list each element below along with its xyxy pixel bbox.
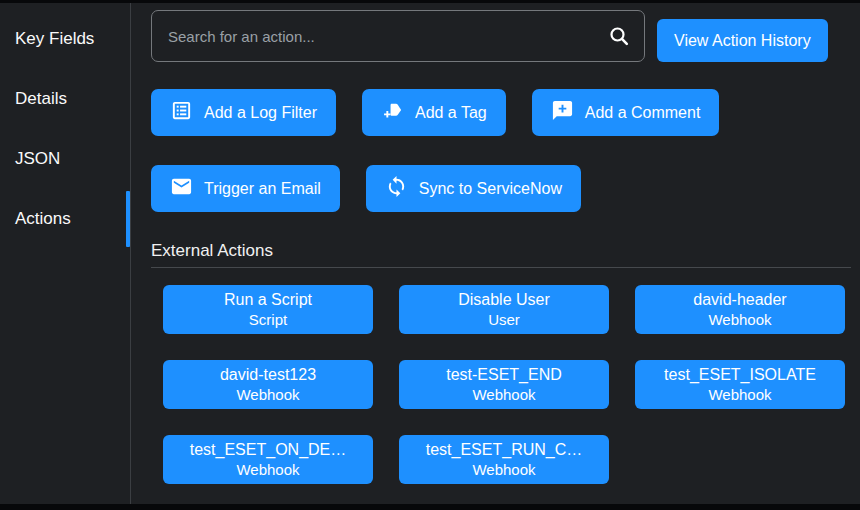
tag-plus-icon <box>381 99 404 126</box>
comment-plus-icon <box>551 99 574 126</box>
sidebar-item-label: JSON <box>15 149 60 169</box>
quick-action-label: Sync to ServiceNow <box>419 180 562 198</box>
view-action-history-button[interactable]: View Action History <box>657 19 828 62</box>
quick-action-label: Add a Tag <box>415 104 487 122</box>
quick-action-label: Add a Log Filter <box>204 104 317 122</box>
external-action-title: Disable User <box>458 291 550 309</box>
sidebar-item-label: Actions <box>15 209 71 229</box>
actions-content: View Action History Add a Log Filter <box>131 3 860 504</box>
active-tab-indicator <box>126 191 130 247</box>
external-action-disable-user[interactable]: Disable User User <box>399 285 609 334</box>
search-icon[interactable] <box>607 24 631 48</box>
actions-panel: Key Fields Details JSON Actions <box>0 3 860 504</box>
add-log-filter-button[interactable]: Add a Log Filter <box>151 89 336 136</box>
external-action-type: User <box>488 312 520 329</box>
external-action-title: test_ESET_ISOLATE <box>664 366 816 384</box>
sidebar-item-json[interactable]: JSON <box>0 129 130 189</box>
external-action-title: test-ESET_END <box>446 366 562 384</box>
sidebar-item-key-fields[interactable]: Key Fields <box>0 9 130 69</box>
external-action-david-header[interactable]: david-header Webhook <box>635 285 845 334</box>
external-actions-divider <box>151 267 851 268</box>
quick-action-label: Trigger an Email <box>204 180 321 198</box>
external-action-run-a-script[interactable]: Run a Script Script <box>163 285 373 334</box>
log-filter-icon <box>170 99 193 126</box>
external-actions-grid: Run a Script Script Disable User User da… <box>163 285 842 484</box>
search-input[interactable] <box>151 10 645 62</box>
external-action-title: david-test123 <box>220 366 316 384</box>
sidebar: Key Fields Details JSON Actions <box>0 3 131 504</box>
external-action-title: Run a Script <box>224 291 312 309</box>
sync-icon <box>385 175 408 202</box>
add-comment-button[interactable]: Add a Comment <box>532 89 720 136</box>
external-action-type: Script <box>249 312 287 329</box>
sidebar-item-label: Details <box>15 89 67 109</box>
external-action-title: test_ESET_RUN_C… <box>426 441 583 459</box>
external-action-type: Webhook <box>472 462 535 479</box>
external-action-title: david-header <box>693 291 786 309</box>
external-action-type: Webhook <box>236 387 299 404</box>
quick-actions: Add a Log Filter Add a Tag Add a Co <box>151 89 842 241</box>
external-action-type: Webhook <box>472 387 535 404</box>
external-actions-heading: External Actions <box>151 241 842 261</box>
search-row: View Action History <box>151 10 842 62</box>
add-tag-button[interactable]: Add a Tag <box>362 89 506 136</box>
sidebar-item-label: Key Fields <box>15 29 94 49</box>
external-action-type: Webhook <box>708 387 771 404</box>
search-box <box>151 10 645 62</box>
sync-servicenow-button[interactable]: Sync to ServiceNow <box>366 165 581 212</box>
sidebar-item-details[interactable]: Details <box>0 69 130 129</box>
external-action-test-eset-on-demand[interactable]: test_ESET_ON_DE… Webhook <box>163 435 373 484</box>
external-action-test-eset-isolate[interactable]: test_ESET_ISOLATE Webhook <box>635 360 845 409</box>
sidebar-item-actions[interactable]: Actions <box>0 189 130 249</box>
trigger-email-button[interactable]: Trigger an Email <box>151 165 340 212</box>
external-action-test-eset-run-command[interactable]: test_ESET_RUN_C… Webhook <box>399 435 609 484</box>
email-icon <box>170 175 193 202</box>
external-action-david-test123[interactable]: david-test123 Webhook <box>163 360 373 409</box>
external-action-type: Webhook <box>236 462 299 479</box>
external-action-title: test_ESET_ON_DE… <box>190 441 347 459</box>
external-action-type: Webhook <box>708 312 771 329</box>
external-action-test-eset-end[interactable]: test-ESET_END Webhook <box>399 360 609 409</box>
quick-action-label: Add a Comment <box>585 104 701 122</box>
